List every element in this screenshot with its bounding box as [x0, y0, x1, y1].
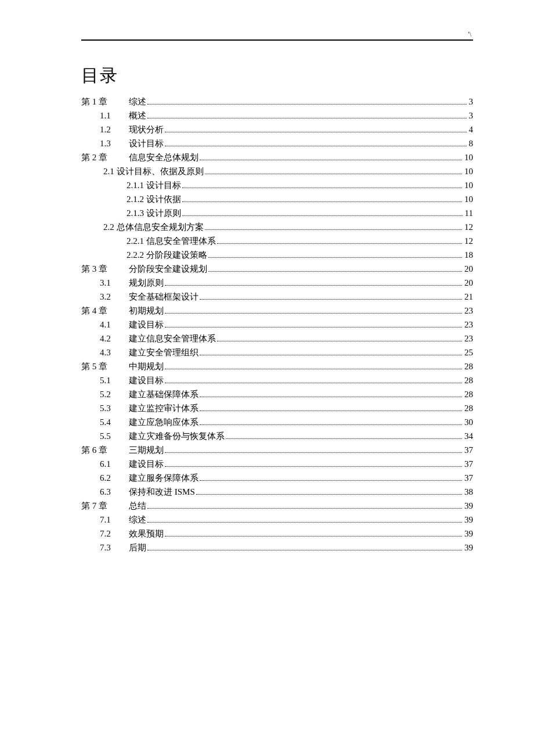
- toc-row: 7.2效果预期39: [81, 527, 473, 541]
- toc-row: 4.1建设目标23: [81, 318, 473, 332]
- toc-entry-number: 5.2: [81, 387, 129, 401]
- toc-entry-page: 39: [463, 513, 473, 527]
- toc-leader-dots: [165, 364, 462, 369]
- toc-entry-label: 设计依据: [146, 192, 181, 206]
- toc-leader-dots: [165, 280, 462, 286]
- toc-entry-number: 5.5: [81, 429, 129, 443]
- toc-leader-dots: [200, 294, 462, 300]
- toc-row: 3.2安全基础框架设计21: [81, 290, 473, 304]
- toc-leader-dots: [208, 253, 462, 258]
- toc-entry-page: 21: [463, 290, 473, 304]
- toc-leader-dots: [147, 503, 462, 509]
- toc-row: 2.2.1信息安全管理体系12: [81, 234, 473, 248]
- toc-entry-number: 6.3: [81, 485, 129, 499]
- toc-row: 5.4建立应急响应体系30: [81, 415, 473, 429]
- toc-title: 目录: [81, 64, 473, 88]
- toc-entry-number: 2.1.3: [127, 206, 146, 220]
- toc-entry-page: 10: [463, 178, 473, 192]
- toc-row: 5.3建立监控审计体系28: [81, 401, 473, 415]
- toc-entry-label: 现状分析: [129, 123, 164, 136]
- toc-leader-dots: [217, 239, 462, 244]
- toc-row: 3.1规划原则20: [81, 276, 473, 290]
- toc-entry-label: 中期规划: [129, 359, 164, 373]
- toc-entry-label: 总体信息安全规划方案: [117, 220, 204, 234]
- toc-entry-label: 建立灾难备份与恢复体系: [129, 429, 225, 443]
- toc-entry-label: 设计目标、依据及原则: [117, 164, 204, 178]
- toc-entry-label: 建立监控审计体系: [129, 401, 199, 415]
- toc-entry-number: 3.2: [81, 290, 129, 304]
- toc-row: 第 1 章综述3: [81, 95, 473, 109]
- toc-entry-page: 12: [463, 234, 473, 248]
- toc-leader-dots: [165, 531, 462, 537]
- header-mark: '\: [468, 30, 472, 39]
- toc-entry-number: 5.3: [81, 401, 129, 415]
- toc-leader-dots: [147, 545, 462, 550]
- toc-leader-dots: [147, 517, 462, 523]
- toc-entry-number: 6.1: [81, 457, 129, 471]
- toc-leader-dots: [200, 420, 462, 425]
- toc-entry-label: 总结: [129, 499, 146, 513]
- toc-entry-label: 信息安全总体规划: [129, 150, 199, 164]
- toc-entry-page: 28: [463, 387, 473, 401]
- toc-list: 第 1 章综述31.1概述31.2现状分析41.3设计目标8第 2 章信息安全总…: [81, 95, 473, 555]
- toc-entry-number: 4.3: [81, 345, 129, 359]
- toc-entry-label: 保持和改进 ISMS: [129, 485, 195, 499]
- toc-leader-dots: [182, 211, 463, 216]
- toc-entry-label: 安全基础框架设计: [129, 290, 199, 304]
- toc-leader-dots: [147, 113, 467, 118]
- toc-entry-number: 2.2: [103, 220, 117, 234]
- toc-entry-number: 1.2: [81, 123, 129, 136]
- toc-entry-number: 1.1: [81, 109, 129, 123]
- toc-entry-label: 综述: [129, 95, 146, 109]
- toc-leader-dots: [147, 99, 467, 105]
- toc-row: 2.1.1设计目标10: [81, 178, 473, 192]
- toc-leader-dots: [200, 392, 462, 397]
- toc-entry-page: 37: [463, 457, 473, 471]
- toc-entry-page: 23: [463, 332, 473, 345]
- toc-entry-number: 第 5 章: [81, 359, 129, 373]
- toc-leader-dots: [226, 434, 462, 439]
- toc-leader-dots: [165, 127, 467, 132]
- toc-row: 第 7 章总结39: [81, 499, 473, 513]
- toc-row: 4.2建立信息安全管理体系23: [81, 332, 473, 345]
- toc-entry-label: 建立服务保障体系: [129, 471, 199, 485]
- toc-entry-label: 后期: [129, 541, 146, 555]
- toc-entry-page: 30: [463, 415, 473, 429]
- toc-entry-page: 18: [463, 248, 473, 262]
- toc-leader-dots: [208, 267, 462, 272]
- toc-leader-dots: [165, 462, 462, 467]
- toc-row: 第 5 章中期规划28: [81, 359, 473, 373]
- toc-row: 6.3保持和改进 ISMS38: [81, 485, 473, 499]
- toc-entry-number: 7.1: [81, 513, 129, 527]
- toc-leader-dots: [196, 489, 462, 495]
- toc-row: 5.5建立灾难备份与恢复体系34: [81, 429, 473, 443]
- toc-entry-page: 20: [463, 262, 473, 276]
- toc-entry-page: 23: [463, 318, 473, 332]
- toc-entry-number: 第 4 章: [81, 304, 129, 318]
- toc-entry-page: 39: [463, 499, 473, 513]
- toc-row: 2.2.2分阶段建设策略18: [81, 248, 473, 262]
- toc-entry-page: 4: [468, 123, 474, 136]
- toc-entry-label: 初期规划: [129, 304, 164, 318]
- toc-entry-label: 效果预期: [129, 527, 164, 541]
- toc-entry-label: 建立基础保障体系: [129, 387, 199, 401]
- toc-entry-number: 2.2.1: [127, 234, 146, 248]
- toc-row: 2.1设计目标、依据及原则10: [81, 164, 473, 178]
- toc-entry-number: 2.1.2: [127, 192, 146, 206]
- toc-entry-label: 综述: [129, 513, 146, 527]
- toc-entry-number: 第 3 章: [81, 262, 129, 276]
- toc-row: 4.3建立安全管理组织25: [81, 345, 473, 359]
- toc-leader-dots: [165, 448, 462, 453]
- toc-leader-dots: [182, 197, 462, 202]
- toc-row: 1.3设计目标8: [81, 136, 473, 150]
- toc-leader-dots: [205, 169, 462, 174]
- toc-entry-label: 分阶段建设策略: [146, 248, 207, 262]
- toc-entry-number: 2.2.2: [127, 248, 146, 262]
- toc-leader-dots: [200, 155, 462, 160]
- toc-row: 1.1概述3: [81, 109, 473, 123]
- toc-entry-label: 建立信息安全管理体系: [129, 332, 216, 345]
- toc-entry-label: 建设目标: [129, 373, 164, 387]
- toc-entry-label: 建设目标: [129, 457, 164, 471]
- toc-row: 5.2建立基础保障体系28: [81, 387, 473, 401]
- toc-entry-label: 设计目标: [146, 178, 181, 192]
